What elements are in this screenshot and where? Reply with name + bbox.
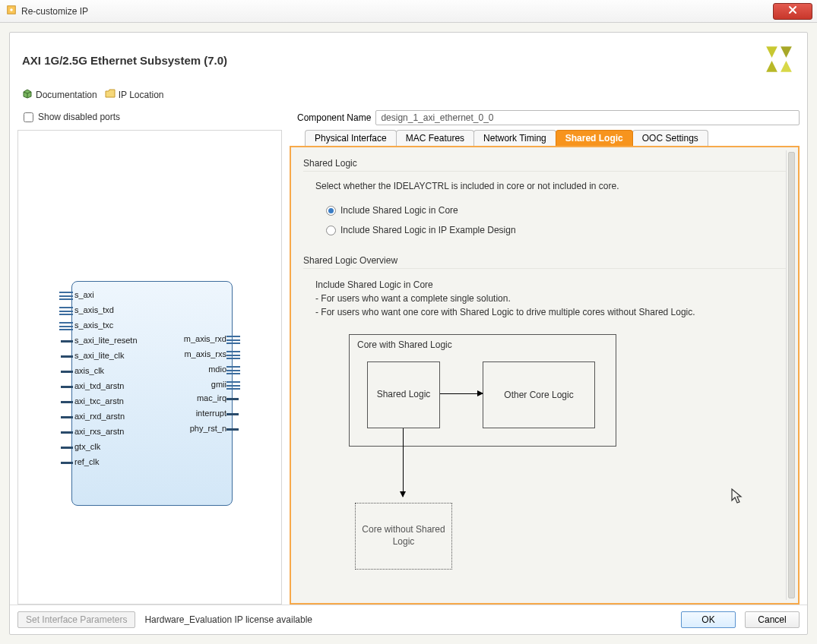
set-interface-params-button[interactable]: Set Interface Parameters	[17, 611, 135, 628]
scroll-thumb[interactable]	[788, 152, 795, 598]
scrollbar[interactable]	[786, 150, 796, 600]
overview-block: Shared Logic Overview Include Shared Log…	[303, 255, 786, 585]
bus-icon	[59, 292, 73, 300]
window-body: AXI 1G/2.5G Ethernet Subsystem (7.0) Doc…	[0, 23, 817, 644]
svg-point-1	[10, 8, 13, 11]
bus-icon	[226, 336, 240, 344]
radio-label-in-example: Include Shared Logic in IP Example Desig…	[340, 225, 516, 235]
port-label-left: s_axis_txd	[74, 305, 114, 314]
port-label-left: axi_rxd_arstn	[74, 412, 125, 421]
port-tick-icon	[61, 416, 73, 418]
documentation-link[interactable]: Documentation	[22, 88, 97, 101]
port-label-left: s_axi	[74, 290, 94, 299]
link-row: Documentation IP Location	[10, 85, 807, 107]
port-tick-icon	[226, 413, 239, 415]
tab-body: Shared Logic Select whether the IDELAYCT…	[290, 146, 800, 605]
arrow-down-icon	[403, 428, 404, 497]
show-disabled-row: Show disabled ports	[17, 107, 282, 127]
cursor-icon	[731, 488, 743, 509]
show-disabled-label: Show disabled ports	[38, 112, 120, 122]
license-status: Hardware_Evaluation IP license available	[144, 614, 312, 625]
port-label-left: s_axi_lite_clk	[74, 351, 124, 360]
diagram-bigbox-title: Core with Shared Logic	[357, 339, 452, 350]
port-label-left: axi_txd_arstn	[74, 381, 124, 390]
main-area: Show disabled ports s_axi s_axis_txd s_a…	[10, 107, 807, 605]
folder-icon	[105, 89, 116, 100]
port-tick-icon	[61, 401, 73, 403]
xilinx-logo-icon	[763, 43, 795, 77]
right-column: Component Name Physical Interface MAC Fe…	[290, 107, 800, 605]
bus-icon	[226, 351, 240, 359]
port-label-right: gmii	[211, 380, 226, 389]
diagram-sl-label: Shared Logic	[377, 389, 431, 401]
diagram-ocl-label: Other Core Logic	[504, 390, 573, 400]
port-tick-icon	[61, 371, 73, 373]
tab-ooc-settings[interactable]: OOC Settings	[632, 130, 708, 146]
bus-icon	[59, 322, 73, 330]
diagram-core-without-shared: Core without Shared Logic	[355, 503, 452, 570]
arrow-right-icon	[440, 393, 483, 394]
tab-mac-features[interactable]: MAC Features	[396, 130, 474, 146]
radio-row-in-example[interactable]: Include Shared Logic in IP Example Desig…	[326, 225, 786, 235]
port-label-left: axi_rxs_arstn	[74, 427, 124, 436]
window-title: Re-customize IP	[21, 6, 773, 17]
svg-marker-2	[766, 46, 777, 58]
cancel-button[interactable]: Cancel	[745, 611, 800, 628]
overview-text: Include Shared Logic in Core - For users…	[315, 278, 786, 319]
titlebar: Re-customize IP	[0, 0, 817, 23]
ip-location-link[interactable]: IP Location	[105, 89, 164, 100]
port-label-right: m_axis_rxd	[184, 334, 226, 343]
tab-shared-logic[interactable]: Shared Logic	[556, 130, 633, 146]
overview-line2: - For users who want one core with Share…	[315, 305, 786, 319]
radio-include-in-core[interactable]	[326, 206, 336, 216]
header-row: AXI 1G/2.5G Ethernet Subsystem (7.0)	[10, 33, 807, 85]
overview-section-title: Shared Logic Overview	[303, 255, 786, 269]
tab-physical-interface[interactable]: Physical Interface	[305, 130, 397, 146]
ip-preview[interactable]: s_axi s_axis_txd s_axis_txc s_axi_lite_r…	[17, 130, 282, 605]
svg-marker-4	[766, 61, 777, 72]
port-tick-icon	[226, 398, 239, 400]
radio-include-in-example[interactable]	[326, 226, 336, 235]
overview-line1: - For users who want a complete single s…	[315, 292, 786, 305]
port-label-left: s_axi_lite_resetn	[74, 336, 138, 345]
page-title: AXI 1G/2.5G Ethernet Subsystem (7.0)	[22, 54, 227, 67]
svg-marker-3	[781, 46, 792, 58]
close-button[interactable]	[773, 3, 812, 20]
bus-icon	[226, 366, 240, 374]
svg-marker-5	[781, 61, 792, 72]
port-label-left: s_axis_txc	[74, 320, 113, 330]
ip-location-label: IP Location	[119, 90, 164, 100]
port-tick-icon	[61, 355, 73, 358]
port-tick-icon	[61, 386, 73, 388]
shared-logic-section-title: Shared Logic	[303, 158, 786, 172]
overview-heading: Include Shared Logic in Core	[315, 278, 786, 292]
documentation-label: Documentation	[36, 90, 97, 100]
gear-icon	[6, 5, 17, 17]
component-name-label: Component Name	[297, 112, 371, 123]
radio-label-in-core: Include Shared Logic in Core	[340, 205, 458, 216]
port-label-right: mac_irq	[197, 393, 226, 402]
bus-icon	[59, 307, 73, 315]
port-label-right: mdio	[208, 365, 226, 374]
tab-network-timing[interactable]: Network Timing	[473, 130, 556, 146]
port-tick-icon	[61, 447, 73, 449]
shared-logic-description: Select whether the IDELAYCTRL is include…	[315, 181, 786, 191]
bus-icon	[226, 381, 240, 390]
tab-strip: Physical Interface MAC Features Network …	[290, 130, 800, 146]
port-tick-icon	[61, 462, 73, 464]
port-label-right: phy_rst_n	[190, 424, 226, 433]
cube-icon	[22, 88, 33, 101]
port-tick-icon	[226, 428, 239, 431]
component-name-input[interactable]	[375, 110, 800, 125]
diagram-other-core-box: Other Core Logic	[483, 361, 595, 428]
ok-button[interactable]: OK	[681, 611, 736, 628]
port-label-left: axis_clk	[74, 366, 104, 375]
diagram-shared-logic-box: Shared Logic	[367, 361, 440, 428]
show-disabled-checkbox[interactable]	[24, 112, 33, 122]
port-tick-icon	[61, 431, 73, 434]
port-tick-icon	[61, 340, 73, 343]
left-column: Show disabled ports s_axi s_axis_txd s_a…	[17, 107, 282, 605]
close-icon	[788, 5, 797, 17]
port-label-right: m_axis_rxs	[184, 349, 226, 358]
radio-row-in-core[interactable]: Include Shared Logic in Core	[326, 205, 786, 216]
